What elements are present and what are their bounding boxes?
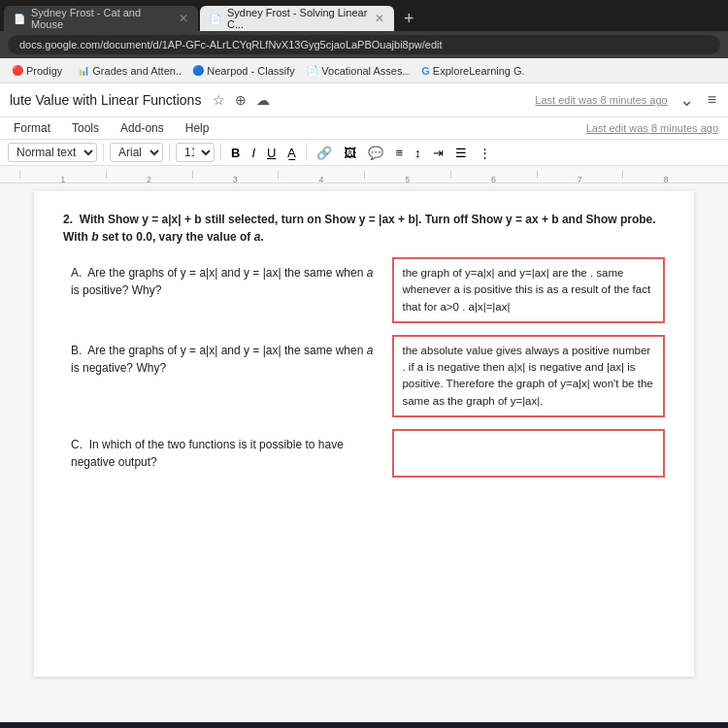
question-b: Are the graphs of y = a|x| and y = |ax| … — [71, 344, 373, 375]
question-cell-b: B. Are the graphs of y = a|x| and y = |a… — [63, 336, 393, 416]
tab-1-close[interactable]: ✕ — [179, 12, 188, 25]
image-button[interactable]: 🖼 — [340, 144, 360, 162]
size-select[interactable]: 11 — [176, 143, 215, 162]
more-button[interactable]: ⋮ — [475, 144, 495, 162]
tab-1-icon: 📄 — [14, 14, 25, 24]
ruler-mark-5: 5 — [364, 171, 450, 179]
address-bar: docs.google.com/document/d/1AP-GFc-ALrLC… — [0, 31, 728, 58]
menu-bar: Format Tools Add-ons Help Last edit was … — [0, 117, 728, 140]
italic-button[interactable]: I — [248, 144, 259, 162]
label-b: B. — [71, 344, 82, 357]
question-cell-a: A. Are the graphs of y = a|x| and y = |a… — [63, 258, 393, 322]
question-intro: With Show y = a|x| + b still selected, t… — [63, 213, 656, 244]
bookmark-explore-label: ExploreLearning G... — [433, 65, 524, 77]
label-a: A. — [71, 266, 82, 280]
menu-help[interactable]: Help — [182, 119, 214, 137]
bookmark-prodigy-label: Prodigy — [26, 65, 62, 77]
menu-tools[interactable]: Tools — [68, 119, 103, 137]
tab-1[interactable]: 📄 Sydney Frost - Cat and Mouse ✕ — [4, 6, 198, 31]
answer-cell-a[interactable]: the graph of y=a|x| and y=|ax| are the .… — [393, 258, 664, 322]
table-row-c: C. In which of the two functions is it p… — [63, 430, 664, 477]
table-row-b: B. Are the graphs of y = a|x| and y = |a… — [63, 336, 664, 416]
question-c: In which of the two functions is it poss… — [71, 438, 344, 469]
doc-title: lute Value with Linear Functions — [10, 92, 201, 108]
align-center-button[interactable]: ≡ — [391, 144, 407, 162]
share-icon[interactable]: ☁ — [254, 90, 272, 110]
ruler-mark-1: 1 — [19, 171, 106, 179]
last-edit-menu: Last edit was 8 minutes ago — [586, 122, 718, 134]
bookmark-nearpod-icon: 🔵 — [192, 65, 204, 76]
bookmark-vocational[interactable]: 📄 Vocational Asses... — [303, 64, 410, 78]
ruler-mark-2: 2 — [106, 171, 192, 179]
new-tab-button[interactable]: + — [396, 6, 422, 31]
bookmark-vocational-icon: 📄 — [307, 65, 318, 76]
menu-format[interactable]: Format — [10, 119, 54, 137]
expand-icon[interactable]: ⌄ — [678, 87, 696, 113]
answer-cell-b[interactable]: the absolute value gives always a positi… — [393, 336, 664, 416]
toolbar-divider-1 — [103, 144, 104, 161]
color-button[interactable]: A̲ — [283, 144, 300, 162]
bookmark-grades-label: Grades and Atten... — [92, 65, 181, 77]
tab-bar: 📄 Sydney Frost - Cat and Mouse ✕ 📄 Sydne… — [0, 0, 728, 31]
bookmark-grades-icon: 📊 — [78, 65, 89, 76]
question-number: 2. — [63, 213, 73, 226]
bookmarks-bar: 🔴 Prodigy 📊 Grades and Atten... 🔵 Nearpo… — [0, 58, 728, 83]
answer-b-text: the absolute value gives always a positi… — [402, 345, 652, 407]
answer-cell-c[interactable] — [393, 430, 664, 477]
question-cell-c: C. In which of the two functions is it p… — [63, 430, 393, 477]
bookmark-vocational-label: Vocational Asses... — [321, 65, 410, 77]
tab-1-label: Sydney Frost - Cat and Mouse — [31, 7, 173, 30]
address-input[interactable]: docs.google.com/document/d/1AP-GFc-ALrLC… — [8, 35, 720, 54]
list-button[interactable]: ☰ — [451, 144, 471, 162]
ruler-mark-4: 4 — [278, 171, 364, 179]
bold-button[interactable]: B — [227, 144, 244, 162]
bookmark-nearpod[interactable]: 🔵 Nearpod - Classify... — [188, 64, 295, 78]
ruler-mark-3: 3 — [192, 171, 279, 179]
star-icon[interactable]: ☆ — [211, 90, 227, 110]
answer-a-text: the graph of y=a|x| and y=|ax| are the .… — [402, 267, 650, 313]
ruler-mark-8: 8 — [622, 171, 709, 179]
link-button[interactable]: 🔗 — [313, 144, 336, 162]
bookmark-prodigy-icon: 🔴 — [12, 65, 23, 76]
comment-button[interactable]: 💬 — [364, 144, 387, 162]
ruler: 1 2 3 4 5 6 7 8 — [0, 166, 728, 183]
move-icon[interactable]: ⊕ — [233, 90, 248, 110]
doc-content: 2. With Show y = a|x| + b still selected… — [34, 191, 694, 677]
menu-addons[interactable]: Add-ons — [116, 119, 168, 137]
answer-c-text — [402, 439, 405, 450]
label-c: C. — [71, 438, 83, 451]
bookmark-grades[interactable]: 📊 Grades and Atten... — [74, 64, 181, 78]
tab-2-close[interactable]: ✕ — [375, 12, 384, 25]
bookmark-explore-icon: G — [421, 65, 430, 77]
toolbar-divider-4 — [306, 144, 307, 161]
indent-button[interactable]: ⇥ — [429, 144, 447, 162]
toolbar-divider-3 — [220, 144, 221, 161]
line-spacing-button[interactable]: ↕ — [411, 144, 425, 162]
table-row-a: A. Are the graphs of y = a|x| and y = |a… — [63, 258, 664, 322]
tab-2-label: Sydney Frost - Solving Linear C... — [227, 7, 369, 30]
spacer-row-bc — [63, 416, 664, 430]
question-header: 2. With Show y = a|x| + b still selected… — [63, 211, 665, 246]
last-edit-text: Last edit was 8 minutes ago — [535, 94, 667, 106]
doc-header: lute Value with Linear Functions ☆ ⊕ ☁ L… — [0, 83, 728, 117]
toolbar-divider-2 — [169, 144, 170, 161]
qa-table: A. Are the graphs of y = a|x| and y = |a… — [63, 257, 665, 478]
bookmark-nearpod-label: Nearpod - Classify... — [207, 65, 295, 77]
style-select[interactable]: Normal text — [8, 143, 97, 162]
question-a: Are the graphs of y = a|x| and y = |ax| … — [71, 266, 373, 297]
tab-2[interactable]: 📄 Sydney Frost - Solving Linear C... ✕ — [200, 6, 394, 31]
spacer-row-ab — [63, 322, 664, 336]
doc-area: lute Value with Linear Functions ☆ ⊕ ☁ L… — [0, 83, 728, 722]
bookmark-explore[interactable]: G ExploreLearning G... — [417, 64, 524, 78]
menu-toggle-icon[interactable]: ≡ — [706, 89, 718, 111]
font-select[interactable]: Arial — [110, 143, 163, 162]
tab-2-icon: 📄 — [210, 14, 221, 24]
browser-chrome: 📄 Sydney Frost - Cat and Mouse ✕ 📄 Sydne… — [0, 0, 728, 83]
underline-button[interactable]: U — [263, 144, 280, 162]
ruler-mark-6: 6 — [450, 171, 537, 179]
ruler-marks: 1 2 3 4 5 6 7 8 — [19, 171, 709, 179]
toolbar: Normal text Arial 11 B I U A̲ 🔗 🖼 💬 ≡ ↕ … — [0, 140, 728, 166]
bookmark-prodigy[interactable]: 🔴 Prodigy — [8, 64, 66, 78]
doc-title-actions: ☆ ⊕ ☁ — [211, 90, 272, 110]
doc-scroll-area[interactable]: 2. With Show y = a|x| + b still selected… — [0, 183, 728, 722]
